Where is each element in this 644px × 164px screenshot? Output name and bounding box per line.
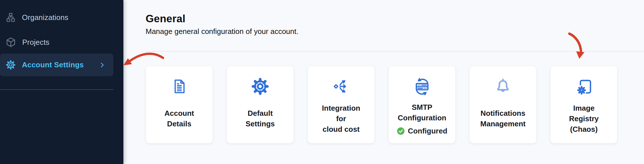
sidebar-item-label: Organizations	[22, 13, 68, 22]
gear-icon	[251, 76, 270, 96]
cube-icon	[5, 37, 16, 48]
card-label: Account Details	[164, 108, 194, 129]
sidebar-item-organizations[interactable]: Organizations	[0, 9, 113, 25]
sidebar-item-projects[interactable]: Projects	[0, 34, 113, 50]
gear-icon	[5, 60, 16, 70]
integration-icon	[332, 76, 350, 96]
sidebar: Organizations Projects	[0, 0, 123, 164]
sidebar-item-label: Projects	[22, 38, 50, 47]
sidebar-divider	[0, 89, 113, 90]
card-integration-cloud-cost[interactable]: Integration for cloud cost	[307, 66, 375, 143]
sidebar-item-label: Account Settings	[22, 60, 84, 69]
smtp-sync-icon	[411, 76, 433, 96]
chevron-right-icon	[98, 61, 106, 69]
card-image-registry-chaos[interactable]: Image Registry (Chaos)	[550, 66, 617, 143]
card-default-settings[interactable]: Default Settings	[227, 66, 294, 143]
card-label: Image Registry (Chaos)	[569, 103, 599, 135]
card-label: SMTP Configuration	[398, 102, 446, 123]
document-icon	[171, 76, 188, 96]
page-title: General	[146, 13, 186, 25]
app-window: Organizations Projects	[0, 0, 644, 164]
check-circle-icon	[397, 127, 405, 135]
main-content: General Manage general configuration of …	[123, 0, 644, 164]
sidebar-item-account-settings[interactable]: Account Settings	[0, 54, 113, 76]
settings-cards-row: Account Details Default Settings	[146, 66, 617, 143]
card-notifications-management[interactable]: Notifications Management	[469, 66, 537, 143]
status-label: Configured	[408, 127, 447, 135]
card-label: Default Settings	[246, 108, 275, 129]
status-badge: Configured	[397, 127, 447, 135]
hierarchy-icon	[5, 12, 16, 23]
card-label: Notifications Management	[480, 108, 526, 129]
bell-icon	[494, 76, 512, 96]
page-gear-icon	[574, 76, 593, 96]
page-subtitle: Manage general configuration of your acc…	[146, 27, 298, 36]
content-divider	[146, 51, 644, 52]
card-label: Integration for cloud cost	[322, 103, 360, 135]
card-account-details[interactable]: Account Details	[146, 66, 213, 143]
card-smtp-configuration[interactable]: SMTP Configuration Configured	[388, 66, 456, 143]
